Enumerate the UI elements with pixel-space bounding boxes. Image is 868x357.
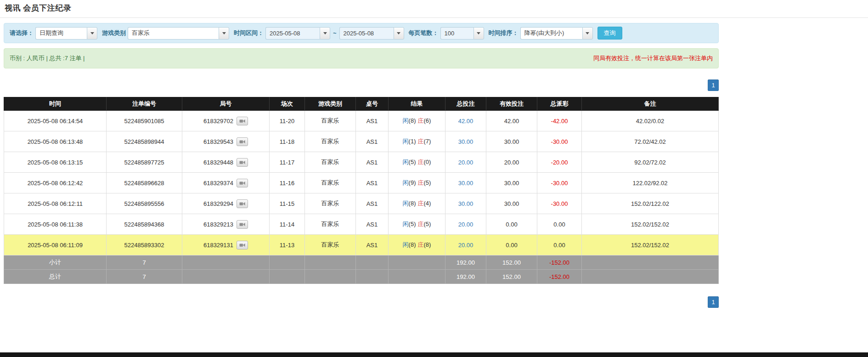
date-to-input[interactable] (339, 27, 394, 40)
table-footer: 小计 7 192.00 152.00 -152.00 总计 7 (4, 255, 719, 284)
round-replay-button[interactable] (237, 158, 248, 167)
total-bet-link[interactable]: 30.00 (458, 138, 473, 145)
total-bet-link[interactable]: 20.00 (458, 242, 473, 249)
cell-round: 618329213 (182, 214, 270, 235)
cell-round: 618329374 (182, 173, 270, 193)
cell-remark: 152.02/152.02 (582, 235, 719, 255)
sort-order-input[interactable] (520, 27, 582, 40)
pagination-top: 1 (4, 79, 719, 91)
round-id: 618329374 (203, 180, 233, 187)
result-player: 闲 (403, 241, 409, 248)
query-type-combobox (35, 27, 97, 40)
cell-time: 2025-05-08 06:11:09 (4, 235, 107, 255)
date-from-input[interactable] (265, 27, 320, 40)
cell-result: 闲(8)庄(4) (389, 193, 445, 214)
cell-table-no: AS1 (356, 152, 389, 173)
subtotal-valid-bet: 152.00 (486, 255, 537, 270)
cell-game-type: 百家乐 (305, 173, 356, 193)
date-range-separator: ~ (333, 30, 337, 37)
result-player-score: (5) (409, 221, 416, 227)
cell-total-bet: 20.00 (445, 152, 486, 173)
cell-valid-bet: 30.00 (486, 193, 537, 214)
date-to-dropdown-button[interactable] (394, 27, 404, 40)
table-row: 2025-05-08 06:14:54 522485901085 6183297… (4, 111, 719, 131)
cell-valid-bet: 0.00 (486, 214, 537, 235)
total-bet-link[interactable]: 30.00 (458, 180, 473, 187)
query-type-input[interactable] (35, 27, 87, 40)
round-replay-button[interactable] (237, 199, 248, 208)
sort-order-label: 时间排序： (489, 29, 519, 37)
result-player-score: (9) (409, 179, 416, 186)
cell-game-type: 百家乐 (305, 193, 356, 214)
cell-session: 11-20 (270, 111, 305, 131)
time-range-label: 时间区间： (234, 29, 264, 37)
total-bet-link[interactable]: 42.00 (458, 118, 473, 125)
result-banker: 庄 (418, 179, 424, 186)
col-game-type: 游戏类别 (305, 97, 356, 111)
cell-time: 2025-05-08 06:12:42 (4, 173, 107, 193)
bet-records-table: 时间 注单编号 局号 场次 游戏类别 桌号 结果 总投注 有效投注 总派彩 备注… (4, 97, 719, 284)
cell-result: 闲(8)庄(8) (389, 235, 445, 255)
date-to-picker (339, 27, 404, 40)
page-button-1[interactable]: 1 (708, 296, 719, 308)
result-player-score: (8) (409, 200, 416, 207)
summary-bar: 币别 : 人民币 | 总共 :7 注单 | 同局有效投注，统一计算在该局第一张注… (4, 48, 719, 68)
result-player: 闲 (403, 117, 409, 124)
filter-bar: 请选择： 游戏类别 时间区间： ~ 每页笔数： 时间排序： (4, 23, 719, 43)
game-type-input[interactable] (128, 27, 219, 40)
cell-table-no: AS1 (356, 173, 389, 193)
cell-payout: -30.00 (537, 193, 582, 214)
round-replay-button[interactable] (237, 179, 248, 187)
search-button[interactable]: 查询 (597, 27, 622, 40)
cell-round: 618329294 (182, 193, 270, 214)
round-replay-button[interactable] (237, 137, 248, 146)
cell-payout: 0.00 (537, 235, 582, 255)
col-bet-id: 注单编号 (107, 97, 182, 111)
cell-valid-bet: 42.00 (486, 111, 537, 131)
round-replay-button[interactable] (237, 117, 248, 125)
round-replay-button[interactable] (237, 241, 248, 249)
cell-bet-id: 522485895556 (107, 193, 182, 214)
total-bet-link[interactable]: 30.00 (458, 200, 473, 207)
chevron-down-icon (90, 32, 94, 34)
cell-payout: -30.00 (537, 131, 582, 152)
subtotal-total-bet: 192.00 (445, 255, 486, 270)
cell-remark: 152.02/152.02 (582, 214, 719, 235)
total-bet-link[interactable]: 20.00 (458, 221, 473, 228)
total-bet-link[interactable]: 20.00 (458, 159, 473, 166)
sort-order-dropdown-button[interactable] (582, 27, 593, 40)
result-banker: 庄 (418, 200, 424, 207)
round-replay-button[interactable] (237, 220, 248, 229)
result-player-score: (5) (409, 159, 416, 165)
result-player: 闲 (403, 200, 409, 207)
col-valid-bet: 有效投注 (486, 97, 537, 111)
cell-bet-id: 522485896628 (107, 173, 182, 193)
cell-time: 2025-05-08 06:14:54 (4, 111, 107, 131)
cell-remark: 92.02/72.02 (582, 152, 719, 173)
total-empty-remark (582, 270, 719, 284)
total-label: 总计 (4, 270, 107, 284)
game-type-combobox (128, 27, 229, 40)
date-from-dropdown-button[interactable] (320, 27, 330, 40)
cell-total-bet: 30.00 (445, 193, 486, 214)
cell-session: 11-14 (270, 214, 305, 235)
subtotal-count: 7 (107, 255, 182, 270)
table-row: 2025-05-08 06:12:11 522485895556 6183292… (4, 193, 719, 214)
page-size-input[interactable] (440, 27, 473, 40)
result-player-score: (1) (409, 138, 416, 145)
col-result: 结果 (389, 97, 445, 111)
cell-session: 11-16 (270, 173, 305, 193)
page-size-dropdown-button[interactable] (473, 27, 484, 40)
cell-round: 618329543 (182, 131, 270, 152)
cell-game-type: 百家乐 (305, 235, 356, 255)
result-player: 闲 (403, 159, 409, 165)
cell-session: 11-15 (270, 193, 305, 214)
cell-payout: -20.00 (537, 152, 582, 173)
cell-payout: -30.00 (537, 173, 582, 193)
cell-valid-bet: 30.00 (486, 173, 537, 193)
game-type-dropdown-button[interactable] (219, 27, 229, 40)
col-session: 场次 (270, 97, 305, 111)
page-button-1[interactable]: 1 (708, 79, 719, 91)
cell-bet-id: 522485898944 (107, 131, 182, 152)
query-type-dropdown-button[interactable] (87, 27, 97, 40)
